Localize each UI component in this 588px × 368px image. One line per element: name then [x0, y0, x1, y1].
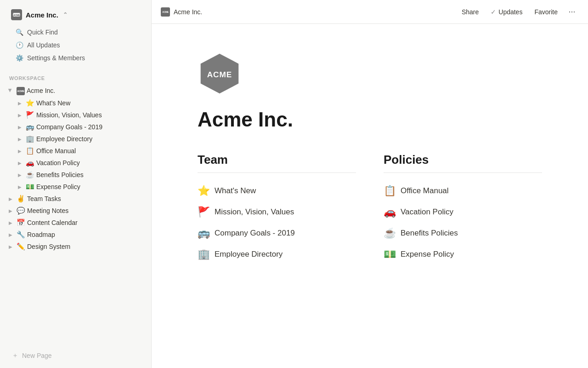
sidebar-item-office-manual[interactable]: ▶ 📋 Office Manual	[3, 145, 148, 157]
sidebar-footer: ＋ New Page	[0, 343, 151, 368]
sidebar-item-label: Design System	[27, 243, 145, 250]
quick-find-item[interactable]: 🔍 Quick Find	[11, 26, 140, 39]
expand-icon[interactable]: ▶	[16, 111, 24, 119]
list-item[interactable]: 🚗 Vacation Policy	[384, 201, 542, 223]
sidebar-item-label: Team Tasks	[27, 195, 145, 202]
list-item-label: Office Manual	[401, 186, 449, 196]
expand-icon[interactable]: ▶	[6, 195, 15, 203]
expand-icon[interactable]: ▶	[16, 123, 24, 131]
list-item-label: Expense Policy	[401, 250, 454, 259]
employee-dir-icon: 🏢	[198, 248, 210, 260]
policies-column: Policies 📋 Office Manual 🚗 Vacation Poli…	[384, 153, 542, 265]
share-button[interactable]: Share	[457, 6, 483, 18]
sidebar-item-acme-inc[interactable]: ▶ ACME Acme Inc.	[3, 84, 148, 97]
sidebar-item-label: Vacation Policy	[36, 159, 145, 167]
office-manual-icon: 📋	[384, 185, 396, 197]
sidebar-item-label: Office Manual	[36, 147, 145, 155]
expand-icon[interactable]: ▶	[16, 171, 24, 179]
sidebar-item-content-calendar[interactable]: ▶ 📅 Content Calendar	[3, 217, 148, 229]
sidebar-item-label: Meeting Notes	[27, 207, 145, 214]
sidebar-item-employee-dir[interactable]: ▶ 🏢 Employee Directory	[3, 133, 148, 145]
expand-icon[interactable]: ▶	[6, 230, 15, 239]
topbar-breadcrumb: ACME Acme Inc.	[161, 7, 202, 17]
all-updates-item[interactable]: 🕐 All Updates	[11, 39, 140, 52]
favorite-label: Favorite	[534, 8, 558, 16]
sidebar-item-label: Acme Inc.	[27, 87, 145, 94]
expand-icon[interactable]: ▶	[6, 218, 15, 227]
sidebar-item-label: Employee Directory	[36, 135, 145, 143]
sidebar-item-expense[interactable]: ▶ 💵 Expense Policy	[3, 181, 148, 193]
sidebar-item-label: Company Goals - 2019	[36, 123, 145, 131]
expand-icon[interactable]: ▶	[16, 99, 24, 107]
list-item[interactable]: 📋 Office Manual	[384, 180, 542, 201]
meeting-notes-emoji: 💬	[17, 207, 25, 215]
more-options-button[interactable]: ···	[565, 5, 579, 19]
workspace-section-label: WORKSPACE	[0, 69, 151, 84]
vacation-policy-icon: 🚗	[384, 206, 396, 218]
workspace-name: Acme Inc.	[26, 11, 58, 19]
team-list: ⭐ What's New 🚩 Mission, Vision, Values 🚌…	[198, 180, 356, 265]
expand-icon[interactable]: ▶	[16, 183, 24, 191]
updates-label: Updates	[498, 8, 522, 16]
favorite-button[interactable]: Favorite	[530, 6, 562, 18]
list-item[interactable]: ☕ Benefits Policies	[384, 223, 542, 244]
expand-icon[interactable]: ▶	[16, 135, 24, 143]
settings-item[interactable]: ⚙️ Settings & Members	[11, 52, 140, 64]
acme-hexagon-icon: ACME	[198, 52, 242, 96]
new-page-label: New Page	[22, 352, 52, 359]
topbar-logo: ACME	[161, 7, 170, 17]
page-content: ACME Acme Inc. Team ⭐ What's New 🚩 Missi…	[152, 24, 588, 368]
sidebar-item-meeting-notes[interactable]: ▶ 💬 Meeting Notes	[3, 205, 148, 217]
expense-emoji: 💵	[26, 183, 34, 191]
sidebar-item-label: Mission, Vision, Values	[36, 111, 145, 119]
content-cal-emoji: 📅	[17, 218, 25, 227]
sidebar-tree: ▶ ACME Acme Inc. ▶ ⭐ What's New ▶ 🚩 Miss…	[0, 84, 151, 253]
list-item[interactable]: 🚌 Company Goals - 2019	[198, 223, 356, 244]
sidebar-item-mission[interactable]: ▶ 🚩 Mission, Vision, Values	[3, 109, 148, 121]
sidebar-item-whats-new[interactable]: ▶ ⭐ What's New	[3, 97, 148, 109]
more-icon: ···	[568, 7, 575, 17]
expand-icon[interactable]: ▶	[6, 86, 15, 95]
list-item[interactable]: 🏢 Employee Directory	[198, 244, 356, 265]
share-label: Share	[462, 8, 479, 16]
expand-icon[interactable]: ▶	[16, 147, 24, 155]
list-item[interactable]: 🚩 Mission, Vision, Values	[198, 201, 356, 223]
workspace-header[interactable]: ACME Acme Inc. ⌃	[6, 6, 145, 24]
policies-section-title: Policies	[384, 153, 542, 173]
list-item-label: Mission, Vision, Values	[215, 207, 294, 217]
benefits-icon: ☕	[384, 227, 396, 239]
main-panel: ACME Acme Inc. Share ✓ Updates Favorite …	[152, 0, 588, 368]
sidebar-item-company-goals[interactable]: ▶ 🚌 Company Goals - 2019	[3, 121, 148, 133]
vacation-policy-emoji: 🚗	[26, 159, 34, 167]
expense-icon: 💵	[384, 248, 396, 260]
policies-list: 📋 Office Manual 🚗 Vacation Policy ☕ Bene…	[384, 180, 542, 265]
topbar: ACME Acme Inc. Share ✓ Updates Favorite …	[152, 0, 588, 24]
sidebar-item-label: What's New	[36, 99, 145, 107]
clock-icon: 🕐	[16, 41, 23, 49]
topbar-actions: Share ✓ Updates Favorite ···	[457, 5, 579, 19]
settings-label: Settings & Members	[27, 54, 85, 62]
whats-new-icon: ⭐	[198, 185, 210, 197]
sidebar-item-design-system[interactable]: ▶ ✏️ Design System	[3, 241, 148, 253]
sidebar-item-team-tasks[interactable]: ▶ ✌️ Team Tasks	[3, 193, 148, 205]
sidebar-nav: 🔍 Quick Find 🕐 All Updates ⚙️ Settings &…	[6, 24, 145, 66]
sidebar-item-roadmap[interactable]: ▶ 🔧 Roadmap	[3, 229, 148, 241]
check-icon: ✓	[491, 8, 496, 16]
list-item[interactable]: 💵 Expense Policy	[384, 244, 542, 265]
updates-button[interactable]: ✓ Updates	[486, 6, 527, 18]
mission-icon: 🚩	[198, 206, 210, 218]
all-updates-label: All Updates	[27, 41, 60, 49]
sidebar-item-benefits[interactable]: ▶ ☕ Benefits Policies	[3, 169, 148, 181]
expand-icon[interactable]: ▶	[6, 207, 15, 215]
list-item[interactable]: ⭐ What's New	[198, 180, 356, 201]
mission-emoji: 🚩	[26, 111, 34, 119]
sidebar-item-label: Expense Policy	[36, 183, 145, 190]
sidebar-item-vacation-policy[interactable]: ▶ 🚗 Vacation Policy	[3, 157, 148, 169]
sidebar-item-label: Roadmap	[27, 231, 145, 238]
expand-icon[interactable]: ▶	[6, 242, 15, 251]
sidebar-top: ACME Acme Inc. ⌃ 🔍 Quick Find 🕐 All Upda…	[0, 0, 151, 69]
expand-icon[interactable]: ▶	[16, 159, 24, 167]
team-column: Team ⭐ What's New 🚩 Mission, Vision, Val…	[198, 153, 356, 265]
new-page-button[interactable]: ＋ New Page	[7, 349, 144, 362]
list-item-label: Employee Directory	[215, 250, 283, 259]
